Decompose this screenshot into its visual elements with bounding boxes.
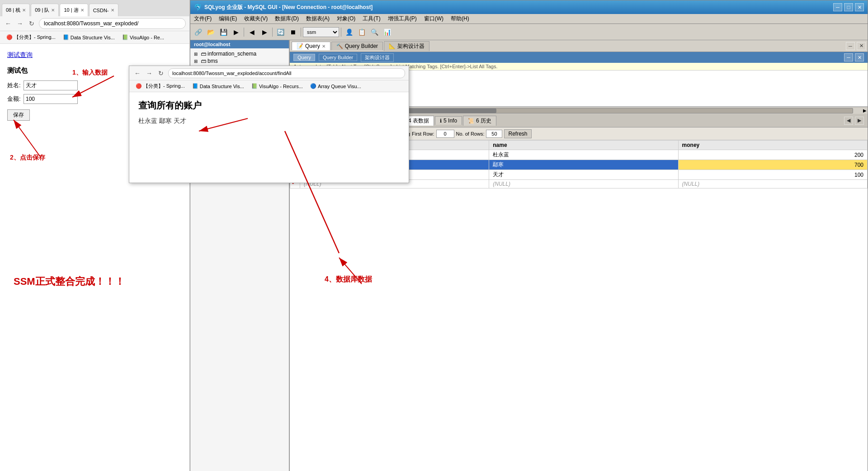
tab-10-label: 10 | 遄 (64, 7, 78, 14)
tb-open[interactable]: 📂 (205, 26, 217, 38)
tb-table[interactable]: 📋 (356, 26, 368, 38)
tb-stop[interactable]: ⏹ (287, 26, 299, 38)
db-selector[interactable]: ssm (303, 27, 339, 37)
th-money[interactable]: money (678, 141, 867, 150)
tab-csdn[interactable]: CSDN- ✕ (89, 4, 118, 16)
overlay-page: 查询所有的账户 杜永蓝 鄢寒 天才 (129, 92, 409, 132)
menu-file[interactable]: 文件(F) (190, 14, 215, 24)
money-label: 金额: (7, 95, 24, 103)
qtab-builder[interactable]: 🔨 Query Builder (331, 42, 383, 50)
tb-back[interactable]: ◀ (246, 26, 258, 38)
overlay-toolbar: ← → ↻ (129, 66, 409, 80)
sqlyog-toolbar: 🔗 📂 💾 ▶ ◀ ▶ 🔄 ⏹ ssm 👤 📋 🔍 📊 (190, 24, 868, 40)
menu-tools[interactable]: 工具(T) (359, 14, 384, 24)
tree-bms[interactable]: ⊞ 🗃 bms (192, 57, 287, 65)
tb-execute[interactable]: ▶ (230, 26, 242, 38)
tb-refresh[interactable]: 🔄 (274, 26, 286, 38)
qh-close[interactable]: ✕ (855, 53, 864, 61)
tb-separator-3 (301, 28, 301, 37)
tab-08-close[interactable]: ✕ (22, 8, 26, 13)
tab-10-close[interactable]: ✕ (80, 8, 84, 13)
no-of-rows-label: No. of Rows: (456, 131, 485, 137)
menu-favorites[interactable]: 收藏夹(V) (241, 14, 271, 24)
close-button[interactable]: ✕ (855, 3, 864, 11)
bm-va-overlay[interactable]: 📗 VisuAlgo - Recurs... (249, 82, 306, 90)
data-table-wrapper: id name money 3 杜永蓝 200 (290, 140, 868, 471)
rtab-5info[interactable]: ℹ 5 Info (435, 116, 462, 125)
qtab-query-close[interactable]: ✕ (322, 44, 326, 49)
tb-new-conn[interactable]: 🔗 (192, 26, 204, 38)
db-icon-bms: 🗃 (201, 58, 206, 64)
qh-tab-builder[interactable]: Query Builder (319, 54, 357, 61)
ssm-text: SSM正式整合完成！！！ (14, 275, 125, 288)
bookmark-ds[interactable]: 📘 Data Structure Vis... (60, 33, 118, 41)
overlay-forward[interactable]: → (145, 69, 154, 78)
forward-button[interactable]: → (15, 19, 24, 28)
sqlyog-menubar: 文件(F) 编辑(E) 收藏夹(V) 数据库(D) 数据表(A) 对象(O) 工… (190, 14, 868, 24)
sqlyog-titlebar: 🐬 SQLyog 企业版 - MySQL GUI - [New Connecti… (190, 0, 868, 14)
test-query-link[interactable]: 测试查询 (7, 51, 182, 59)
menu-table[interactable]: 数据表(A) (302, 14, 333, 24)
panel-close[interactable]: ✕ (857, 42, 866, 50)
tab-09[interactable]: 09 | 队 ✕ (31, 4, 59, 16)
tab-csdn-close[interactable]: ✕ (111, 8, 114, 13)
rtab-5info-icon: ℹ (440, 118, 442, 124)
th-name[interactable]: name (489, 141, 678, 150)
tab-09-close[interactable]: ✕ (51, 8, 55, 13)
refresh-button[interactable]: ↻ (27, 19, 36, 28)
restore-button[interactable]: □ (844, 3, 853, 11)
name-input[interactable] (24, 80, 78, 90)
menu-help[interactable]: 帮助(H) (447, 14, 473, 24)
panel-minimize[interactable]: ─ (846, 42, 855, 50)
overlay-back[interactable]: ← (133, 69, 142, 78)
qh-tab-query[interactable]: Query (293, 54, 315, 61)
bookmark-visalgo[interactable]: 📗 VisuAlgo - Re... (119, 33, 167, 41)
td-money-null: (NULL) (678, 180, 867, 188)
qtab-schema[interactable]: 📐 架构设计器 (384, 41, 429, 51)
minimize-button[interactable]: ─ (833, 3, 842, 11)
qh-minimize[interactable]: ─ (844, 53, 853, 61)
tb-data[interactable]: 📊 (381, 26, 393, 38)
tb-separator-1 (244, 28, 244, 37)
overlay-refresh[interactable]: ↻ (156, 69, 165, 78)
sqlyog-icon: 🐬 (194, 4, 202, 11)
first-row-input[interactable] (436, 130, 454, 138)
result-close[interactable]: ▶ (855, 117, 864, 125)
tab-csdn-label: CSDN- (93, 8, 109, 13)
save-button[interactable]: 保存 (7, 109, 30, 121)
first-row-label: First Row: (412, 131, 434, 137)
rows-count-input[interactable] (486, 130, 502, 138)
bookmark-ds-icon: 📘 (63, 34, 69, 40)
result-minimize[interactable]: ◀ (844, 117, 853, 125)
address-bar[interactable] (39, 18, 186, 29)
tb-user[interactable]: 👤 (343, 26, 355, 38)
rtab-history[interactable]: 📜 6 历史 (463, 116, 496, 126)
bm-arr-overlay[interactable]: 🔵 Array Queue Visu... (307, 82, 364, 90)
money-input[interactable] (24, 94, 78, 104)
bm-ds-overlay[interactable]: 📘 Data Structure Vis... (189, 82, 247, 90)
query-header: Query Query Builder 架构设计器 ─ ✕ (290, 52, 868, 63)
refresh-button[interactable]: Refresh (504, 129, 531, 138)
overlay-address-bar[interactable] (168, 68, 405, 78)
tab-08-label: 08 | 栈 (6, 7, 20, 14)
tb-save[interactable]: 💾 (217, 26, 229, 38)
expand-bms: ⊞ (194, 59, 199, 64)
qtab-query[interactable]: 📝 Query ✕ (292, 42, 330, 50)
tb-forward[interactable]: ▶ (259, 26, 270, 38)
scroll-right[interactable]: ▶ (862, 108, 868, 113)
tab-08[interactable]: 08 | 栈 ✕ (2, 4, 30, 16)
tb-query2[interactable]: 🔍 (368, 26, 380, 38)
menu-enhanced[interactable]: 增强工具(P) (384, 14, 420, 24)
menu-edit[interactable]: 编辑(E) (215, 14, 241, 24)
back-button[interactable]: ← (4, 19, 13, 28)
tree-information-schema[interactable]: ⊞ 🗃 information_schema (192, 50, 287, 57)
tab-10[interactable]: 10 | 遄 ✕ (60, 4, 88, 16)
menu-window[interactable]: 窗口(W) (420, 14, 447, 24)
query-tabs: 📝 Query ✕ 🔨 Query Builder 📐 架构设计器 ─ ✕ (290, 40, 868, 52)
menu-object[interactable]: 对象(O) (333, 14, 359, 24)
menu-database[interactable]: 数据库(D) (271, 14, 302, 24)
qtab-schema-icon: 📐 (389, 43, 396, 49)
bookmark-spring[interactable]: 🔴 【分类】- Spring... (4, 33, 58, 42)
bm-spring-overlay[interactable]: 🔴 【分类】- Spring... (133, 82, 188, 90)
qh-tab-schema[interactable]: 架构设计器 (361, 53, 394, 62)
